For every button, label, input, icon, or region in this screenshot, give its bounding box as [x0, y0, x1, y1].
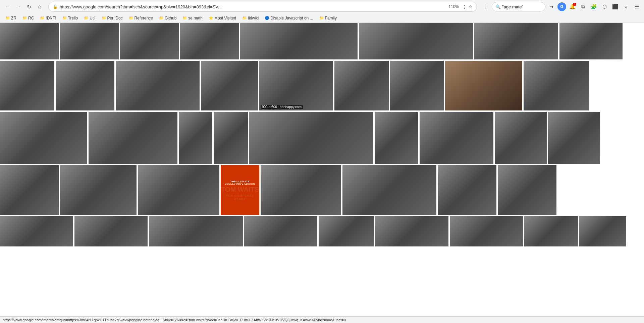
extensions2-button[interactable]: 🧩: [589, 2, 598, 11]
folder-icon: 📁: [62, 16, 67, 20]
pocket-button[interactable]: ⬡: [600, 2, 609, 11]
image-tile[interactable]: [0, 112, 87, 164]
top-bar: ← → ↻ ⌂ 🔒 https://www.google.com/search?…: [0, 0, 644, 13]
image-tile[interactable]: [261, 165, 341, 215]
image-tile[interactable]: [524, 216, 578, 246]
image-tile[interactable]: [359, 23, 473, 59]
bookmark-most-visited[interactable]: ⭐ Most Visited: [206, 14, 239, 22]
image-tile[interactable]: [0, 216, 73, 246]
overflow-button[interactable]: »: [621, 2, 631, 11]
reload-button[interactable]: ↻: [24, 2, 34, 11]
image-tile[interactable]: [201, 61, 258, 110]
image-tile[interactable]: [319, 216, 374, 246]
image-tile[interactable]: [375, 112, 418, 164]
bookmark-idnf[interactable]: 📁 !DNF!: [37, 14, 59, 22]
bookmark-label: Family: [325, 16, 337, 20]
bookmark-label: Most Visited: [214, 16, 236, 20]
image-tile[interactable]: [438, 165, 496, 215]
bookmark-label: Reference: [135, 16, 153, 20]
folder-icon: 📁: [129, 16, 133, 20]
more-options-icon[interactable]: ⋮: [462, 4, 467, 9]
image-tile[interactable]: [214, 112, 248, 164]
bookmark-family[interactable]: 📁 Family: [317, 14, 339, 22]
image-tile[interactable]: [390, 61, 444, 110]
folder-icon: 📁: [5, 16, 10, 20]
bookmark-semath[interactable]: 📁 se.math: [180, 14, 205, 22]
image-tile[interactable]: [244, 216, 317, 246]
image-tile[interactable]: [120, 23, 179, 59]
address-bar[interactable]: 🔒 https://www.google.com/search?tbm=isch…: [48, 2, 477, 12]
folder-icon: 📁: [242, 16, 247, 20]
bookmark-star-icon[interactable]: ☆: [469, 4, 473, 9]
bookmark-label: Github: [165, 16, 176, 20]
browser-chrome: ← → ↻ ⌂ 🔒 https://www.google.com/search?…: [0, 0, 644, 23]
bookmark-label: se.math: [188, 16, 203, 20]
image-tile[interactable]: [0, 61, 54, 110]
back-button[interactable]: ←: [3, 2, 12, 11]
image-tile[interactable]: [179, 112, 212, 164]
image-tile[interactable]: [60, 23, 119, 59]
image-tile[interactable]: [89, 112, 177, 164]
lock-icon: 🔒: [53, 4, 58, 9]
bookmark-github[interactable]: 📁 Github: [156, 14, 179, 22]
image-tile[interactable]: [180, 23, 239, 59]
image-tile[interactable]: [60, 165, 137, 215]
extensions-button[interactable]: ⋮: [481, 2, 490, 11]
bookmark-trello[interactable]: 📁 Trello: [60, 14, 81, 22]
folder-icon: 📁: [319, 16, 324, 20]
image-tile[interactable]: [74, 216, 148, 246]
image-tile[interactable]: [474, 23, 558, 59]
search-query: "age mate": [502, 4, 523, 9]
image-tile[interactable]: [375, 216, 448, 246]
notifications-button[interactable]: 🔔 2: [568, 2, 577, 11]
image-tile[interactable]: [0, 165, 59, 215]
magazine-cover-tile[interactable]: THE ULTIMATE COLLECTOR'S EDITION TOM WAI…: [221, 165, 259, 215]
image-tile[interactable]: [149, 216, 243, 246]
bookmark-label: Disable Javascript on ...: [270, 16, 313, 20]
search-submit-button[interactable]: ➜: [547, 2, 556, 11]
image-tile[interactable]: [249, 112, 373, 164]
image-tile[interactable]: [334, 61, 389, 110]
image-tile[interactable]: 900 × 600 · hhhhappy.com: [259, 61, 333, 110]
star-icon: ⭐: [209, 16, 213, 20]
sync-button[interactable]: ⬛: [610, 2, 620, 11]
folder-icon: 📁: [84, 16, 89, 20]
search-icon: 🔍: [495, 4, 501, 9]
image-tile[interactable]: [579, 216, 626, 246]
bookmark-label: Ikiwiki: [248, 16, 259, 20]
bookmark-disable-js[interactable]: 🔵 Disable Javascript on ...: [262, 14, 316, 22]
image-caption: 900 × 600 · hhhhappy.com: [261, 105, 303, 109]
image-tile[interactable]: [420, 112, 493, 164]
image-tile[interactable]: [450, 216, 523, 246]
bookmark-rc[interactable]: 📁 RC: [20, 14, 37, 22]
bookmark-label: !DNF!: [46, 16, 56, 20]
image-tile[interactable]: [56, 61, 114, 110]
image-tile[interactable]: [138, 165, 219, 215]
image-tile[interactable]: [498, 165, 556, 215]
image-tile[interactable]: [0, 23, 59, 59]
image-tile[interactable]: [559, 23, 623, 59]
image-tile[interactable]: [495, 112, 547, 164]
image-tile[interactable]: [445, 61, 522, 110]
bookmark-perlDoc[interactable]: 📁 Perl Doc: [99, 14, 125, 22]
url-text: https://www.google.com/search?tbm=isch&s…: [60, 4, 445, 9]
image-tile[interactable]: [240, 23, 358, 59]
image-tile[interactable]: [342, 165, 436, 215]
forward-button[interactable]: →: [13, 2, 23, 11]
magazine-subtitle: THE COMPLETE STORY: [221, 194, 259, 201]
bookmark-util[interactable]: 📁 Util: [81, 14, 98, 22]
bookmarks-bar: 📁 ZR 📁 RC 📁 !DNF! 📁 Trello 📁 Util 📁 Perl…: [0, 13, 644, 23]
windows-button[interactable]: ⧉: [578, 2, 588, 11]
image-tile[interactable]: [548, 112, 600, 164]
home-button[interactable]: ⌂: [35, 2, 44, 11]
search-box[interactable]: 🔍 "age mate": [492, 2, 545, 11]
bookmark-reference[interactable]: 📁 Reference: [126, 14, 156, 22]
bookmark-ikiwiki[interactable]: 📁 Ikiwiki: [239, 14, 261, 22]
profile-button[interactable]: G: [557, 2, 566, 11]
image-tile[interactable]: [116, 61, 200, 110]
magazine-collector-text: THE ULTIMATE COLLECTOR'S EDITION: [221, 180, 259, 186]
image-tile[interactable]: [524, 61, 589, 110]
menu-button[interactable]: ☰: [632, 2, 641, 11]
bookmark-zr[interactable]: 📁 ZR: [3, 14, 19, 22]
folder-icon: 📁: [159, 16, 164, 20]
